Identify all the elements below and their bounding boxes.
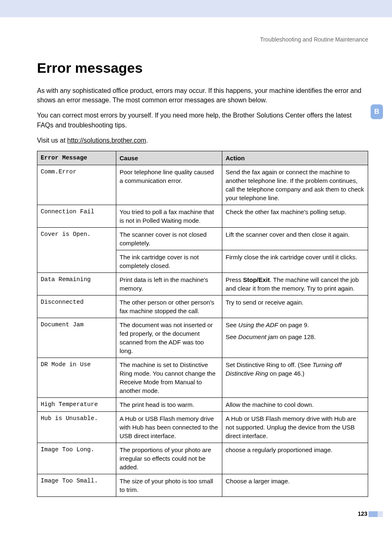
error-action: Press Stop/Exit. The machine will cancel… — [222, 272, 368, 295]
error-msg: DR Mode in Use — [37, 358, 116, 397]
action-text: See — [226, 321, 238, 328]
error-cause: The print head is too warm. — [116, 397, 222, 411]
page-title: Error messages — [37, 60, 368, 76]
header-action: Action — [222, 151, 368, 165]
error-cause: The scanner cover is not closed complete… — [116, 227, 222, 250]
error-cause: The ink cartridge cover is not completel… — [116, 250, 222, 272]
error-cause: The machine is set to Distinctive Ring m… — [116, 358, 222, 397]
intro-paragraph-1: As with any sophisticated office product… — [37, 86, 368, 105]
visit-suffix: . — [146, 137, 148, 144]
table-row: High Temperature The print head is too w… — [37, 397, 368, 411]
table-header-row: Error Message Cause Action — [37, 151, 368, 165]
table-row: DR Mode in Use The machine is set to Dis… — [37, 358, 368, 397]
error-cause: The proportions of your photo are irregu… — [116, 443, 222, 474]
error-msg: Document Jam — [37, 318, 116, 358]
error-cause: Poor telephone line quality caused a com… — [116, 165, 222, 205]
error-action: choose a regularly proportioned image. — [222, 443, 368, 474]
error-msg: Image Too Small. — [37, 474, 116, 496]
section-tab: B — [371, 104, 383, 119]
error-action: Check the other fax machine's polling se… — [222, 205, 368, 227]
page-number-bar-light — [378, 511, 383, 517]
error-cause: The size of your photo is too small to t… — [116, 474, 222, 496]
top-bar — [0, 0, 392, 17]
error-action: A Hub or USB Flash memory drive with Hub… — [222, 411, 368, 443]
table-row: Data Remaining Print data is left in the… — [37, 272, 368, 295]
error-cause: You tried to poll a fax machine that is … — [116, 205, 222, 227]
table-row: Comm.Error Poor telephone line quality c… — [37, 165, 368, 205]
error-action: Lift the scanner cover and then close it… — [222, 227, 368, 250]
action-italic: Document jam — [238, 333, 278, 340]
error-action: Allow the machine to cool down. — [222, 397, 368, 411]
intro-paragraph-3: Visit us at http://solutions.brother.com… — [37, 136, 368, 145]
action-text: on page 9. — [278, 321, 309, 328]
error-msg: Comm.Error — [37, 165, 116, 205]
error-action: See Using the ADF on page 9. See Documen… — [222, 318, 368, 358]
error-msg: Connection Fail — [37, 205, 116, 227]
action-bold: Stop/Exit — [243, 276, 270, 283]
visit-prefix: Visit us at — [37, 137, 67, 144]
action-text: Press — [226, 276, 243, 283]
error-cause: The other person or other person's fax m… — [116, 295, 222, 318]
error-action: Set Distinctive Ring to off. (See Turnin… — [222, 358, 368, 397]
table-row: Hub is Unusable. A Hub or USB Flash memo… — [37, 411, 368, 443]
error-table: Error Message Cause Action Comm.Error Po… — [37, 151, 368, 497]
action-text: See — [226, 333, 238, 340]
table-row: Image Too Long. The proportions of your … — [37, 443, 368, 474]
error-cause: Print data is left in the machine's memo… — [116, 272, 222, 295]
error-msg: Image Too Long. — [37, 443, 116, 474]
error-msg: Hub is Unusable. — [37, 411, 116, 443]
action-text: on page 46.) — [268, 370, 304, 377]
error-action: Try to send or receive again. — [222, 295, 368, 318]
header-error: Error Message — [37, 151, 116, 165]
page-number: 123 — [358, 510, 367, 517]
table-row: Image Too Small. The size of your photo … — [37, 474, 368, 496]
action-text: on page 128. — [278, 333, 316, 340]
error-msg: Disconnected — [37, 295, 116, 318]
table-row: Cover is Open. The scanner cover is not … — [37, 227, 368, 250]
error-cause: A Hub or USB Flash memory drive with Hub… — [116, 411, 222, 443]
page-number-bar — [369, 511, 378, 517]
error-msg: Data Remaining — [37, 272, 116, 295]
action-text: Set Distinctive Ring to off. (See — [226, 361, 313, 368]
error-msg: High Temperature — [37, 397, 116, 411]
solutions-link[interactable]: http://solutions.brother.com — [67, 137, 146, 144]
action-italic: Using the ADF — [238, 321, 278, 328]
error-cause: The document was not inserted or fed pro… — [116, 318, 222, 358]
header-cause: Cause — [116, 151, 222, 165]
table-row: Connection Fail You tried to poll a fax … — [37, 205, 368, 227]
intro-paragraph-2: You can correct most errors by yourself.… — [37, 111, 368, 129]
error-msg: Cover is Open. — [37, 227, 116, 272]
error-action: Firmly close the ink cartridge cover unt… — [222, 250, 368, 272]
table-row: Disconnected The other person or other p… — [37, 295, 368, 318]
table-row: Document Jam The document was not insert… — [37, 318, 368, 358]
error-action: Choose a larger image. — [222, 474, 368, 496]
error-action: Send the fax again or connect the machin… — [222, 165, 368, 205]
breadcrumb: Troubleshooting and Routine Maintenance — [37, 36, 368, 43]
page-content: Troubleshooting and Routine Maintenance … — [0, 17, 392, 497]
